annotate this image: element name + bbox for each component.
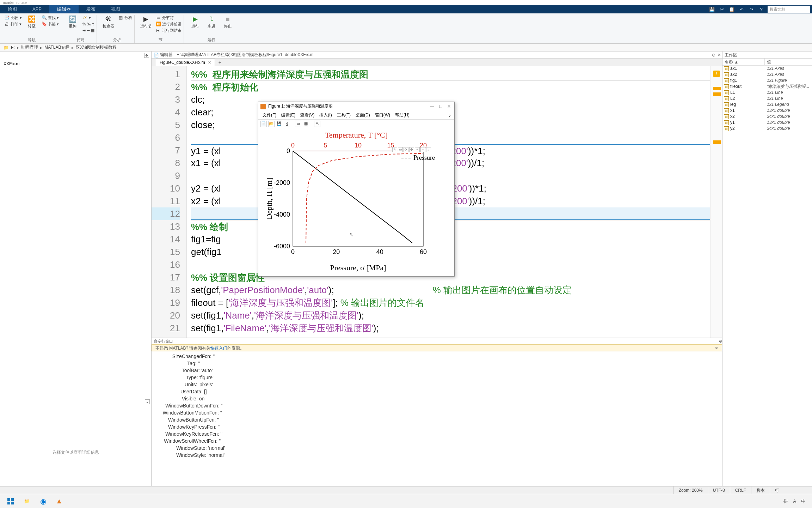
copy-icon[interactable]: 📋	[728, 6, 735, 13]
figure-min-button[interactable]: —	[429, 103, 435, 110]
workspace-var[interactable]: ⊞fig11x1 Figure	[722, 78, 812, 84]
run-button[interactable]: ▶运行	[189, 15, 202, 28]
bookmark-button[interactable]: 🔖书签 ▾	[42, 21, 59, 27]
tab-plot[interactable]: 绘图	[0, 5, 25, 13]
fig-insert-icon[interactable]: ▦	[303, 121, 309, 127]
help-icon[interactable]: ?	[758, 6, 765, 13]
figure-menu-item[interactable]: 桌面(D)	[353, 111, 372, 119]
workspace-var[interactable]: ⊞y113x1 double	[722, 120, 812, 126]
figure-menu-item[interactable]: 编辑(E)	[279, 111, 297, 119]
analyze-button[interactable]: ▦分析	[118, 15, 132, 20]
command-window[interactable]: SizeChangedFcn: '' Tag: '' ToolBar: 'aut…	[152, 351, 722, 490]
fig-print-icon[interactable]: 🖨	[284, 121, 290, 127]
marker-warn[interactable]	[713, 140, 721, 144]
file-item[interactable]: XXFix.m	[4, 61, 148, 66]
workspace-var[interactable]: ⊞x113x1 double	[722, 108, 812, 114]
goto-button[interactable]: 🔀转至	[25, 15, 38, 28]
tab-view[interactable]: 视图	[103, 5, 128, 13]
tab-app[interactable]: APP	[25, 5, 49, 13]
marker-warn[interactable]	[713, 87, 721, 90]
run-section-button[interactable]: ▶运行节	[140, 15, 152, 28]
step-button[interactable]: ⤵步进	[205, 15, 218, 28]
figure-menu-item[interactable]: 窗口(W)	[373, 111, 392, 119]
file-tab[interactable]: Figure1_doubleXXFix.m✕	[156, 59, 215, 66]
edge-button[interactable]: ◉	[36, 496, 50, 507]
sidebar-toggle[interactable]: ⌄	[145, 399, 150, 404]
workspace-var[interactable]: ⊞ax11x1 Axes	[722, 66, 812, 72]
crumb-1[interactable]: 哔哩哔哩	[21, 44, 38, 50]
fig-open-icon[interactable]: 📂	[268, 121, 275, 127]
crumb-3[interactable]: 双X轴图绘制模板教程	[76, 44, 117, 50]
ime-pinyin[interactable]: 拼	[783, 498, 788, 504]
stop-button[interactable]: ■停止	[221, 15, 234, 28]
editor-close-icon[interactable]: ✕	[716, 52, 722, 58]
banner-close-icon[interactable]: ✕	[715, 345, 718, 351]
figure-max-button[interactable]: ☐	[437, 103, 444, 110]
print-button[interactable]: 🖨打印 ▾	[4, 21, 22, 27]
redo-icon[interactable]: ↷	[748, 6, 755, 13]
figure-menu-item[interactable]: 文件(F)	[260, 111, 278, 119]
cmd-dock-button[interactable]: ⊙	[719, 338, 722, 344]
refactor-button[interactable]: 🔄重构	[66, 15, 79, 28]
workspace-var[interactable]: ⊞y234x1 double	[722, 126, 812, 132]
tab-close-icon[interactable]: ✕	[208, 59, 211, 66]
find-button[interactable]: 🔍查找 ▾	[42, 15, 59, 20]
home-icon[interactable]: ⌂	[426, 147, 431, 152]
ime-zh[interactable]: 中	[801, 498, 806, 504]
tab-publish[interactable]: 发布	[79, 5, 103, 13]
add-tab-button[interactable]: +	[216, 59, 223, 66]
brush-icon[interactable]: ✎	[392, 147, 397, 152]
search-docs-input[interactable]: 搜索文档	[768, 6, 810, 13]
figure-titlebar[interactable]: Figure 1: 海洋深度与压强和温度图 — ☐ ✕	[258, 102, 454, 111]
figure-menu-item[interactable]: 插入(I)	[317, 111, 334, 119]
run-to-end-button[interactable]: ⏭运行到结束	[156, 28, 182, 33]
rotate-icon[interactable]: ⟳	[404, 147, 408, 152]
fig-pointer-icon[interactable]: ↖	[314, 121, 320, 127]
save-icon[interactable]: 💾	[708, 6, 715, 13]
sidebar-dropdown[interactable]: ⊙	[144, 53, 149, 58]
compare-button[interactable]: 📑比较▾	[4, 15, 22, 20]
workspace-var[interactable]: ⊞leg1x1 Legend	[722, 102, 812, 108]
marker-warn[interactable]	[713, 92, 721, 96]
zoomin-icon[interactable]: +	[415, 147, 420, 152]
warning-icon[interactable]: !	[713, 71, 720, 77]
figure-axes[interactable]: ✎ ▭ ⟳ ✥ + − ⌂ Temperature, T [°C] 051015…	[258, 128, 454, 276]
fig-save-icon[interactable]: 💾	[276, 121, 282, 127]
run-advance-button[interactable]: ⏩运行并前进	[156, 21, 182, 27]
checker-button[interactable]: 🛠检查器	[102, 15, 115, 28]
start-button[interactable]	[4, 496, 18, 507]
undo-icon[interactable]: ↶	[738, 6, 745, 13]
ws-col-name[interactable]: 名称 ▲	[722, 59, 765, 65]
crumb-drive[interactable]: E:	[11, 45, 15, 50]
split-section-button[interactable]: ▭分节符	[156, 15, 182, 20]
tab-editor[interactable]: 编辑器	[49, 5, 79, 13]
workspace-var[interactable]: ⊞L11x1 Line	[722, 90, 812, 96]
figure-window[interactable]: Figure 1: 海洋深度与压强和温度图 — ☐ ✕ 文件(F)编辑(E)查看…	[258, 102, 455, 277]
datatip-icon[interactable]: ▭	[398, 147, 403, 152]
comment-button[interactable]: % ‰ ‡	[82, 21, 94, 27]
fig-edit-icon[interactable]: ▭	[295, 121, 301, 127]
figure-menu-item[interactable]: 工具(T)	[335, 111, 353, 119]
matlab-button[interactable]: ▲	[52, 496, 66, 507]
status-encoding[interactable]: UTF-8	[708, 486, 730, 494]
status-eol[interactable]: CRLF	[730, 486, 751, 494]
cut-icon[interactable]: ✂	[718, 6, 725, 13]
workspace-var[interactable]: ⊞ax21x1 Axes	[722, 72, 812, 78]
workspace-var[interactable]: ⊞L21x1 Line	[722, 96, 812, 102]
workspace-var[interactable]: ⊞x234x1 double	[722, 114, 812, 120]
fx-button[interactable]: fx▾	[82, 15, 94, 20]
fig-new-icon[interactable]: 📄	[260, 121, 267, 127]
status-zoom[interactable]: Zoom: 200%	[673, 486, 708, 494]
figure-menu-more[interactable]: ›	[448, 113, 452, 118]
figure-menu-item[interactable]: 查看(V)	[298, 111, 316, 119]
editor-dock-button[interactable]: ⊙	[711, 52, 716, 58]
crumb-2[interactable]: MATLAB专栏	[44, 44, 69, 50]
pan-icon[interactable]: ✥	[409, 147, 414, 152]
ime-a[interactable]: A	[793, 498, 796, 504]
explorer-button[interactable]: 📁	[20, 496, 34, 507]
workspace-var[interactable]: ⊞fileout'海洋深度与压强和温...	[722, 84, 812, 90]
getting-started-link[interactable]: 快速入门	[210, 345, 227, 351]
zoomout-icon[interactable]: −	[420, 147, 425, 152]
figure-close-button[interactable]: ✕	[446, 103, 452, 110]
figure-menu-item[interactable]: 帮助(H)	[393, 111, 412, 119]
